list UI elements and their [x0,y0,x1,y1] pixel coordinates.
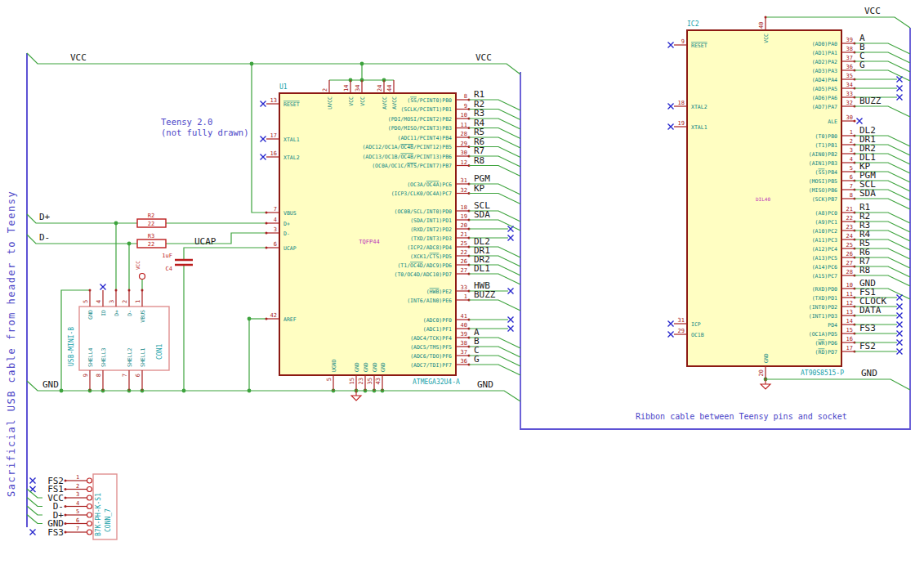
net-label-g[interactable]: G [474,354,480,365]
vcc-power-symbol[interactable]: VCC [135,261,145,280]
pin-number: 19 [678,120,685,127]
conn7-header-symbol[interactable]: B7K-PH-K-S1CONN_71234567 [65,474,117,539]
pin-name: (A8)PC0 [815,210,837,217]
wire [766,379,910,390]
pin-number: 38 [461,340,467,347]
net-label-gnd[interactable]: GND [42,379,59,390]
junction-dot [114,222,118,226]
pin-number: 35 [367,378,373,384]
pin-circle [87,495,92,500]
resistor-r3[interactable]: R322 [137,233,166,248]
pin-number: 36 [461,358,467,365]
pin-number: 7 [76,526,79,532]
pin-number: 4 [76,500,79,507]
net-label-gnd[interactable]: GND [861,368,877,378]
pin-number: 5 [76,508,79,515]
resistor-reference: R2 [148,213,154,219]
pin-number: 4 [96,300,102,303]
pin-name: D+ [283,221,290,227]
pin-number: 6 [274,241,277,248]
net-label-r8[interactable]: R8 [474,155,484,166]
pin-name: (A13)PC5 [812,255,837,262]
pin-name: (SCK)PB7 [812,196,837,203]
net-label-dminus[interactable]: D- [39,232,50,243]
pin-number: 40 [461,322,467,329]
net-label-vcc[interactable]: VCC [864,6,881,16]
pin-number: 6 [135,374,141,377]
pin-name: (PDI/MOSI/PCINT2)PB2 [388,116,452,123]
net-label-sda[interactable]: SDA [474,209,490,220]
note-usb-cable: Sacrificial USB cable from header to Tee… [6,190,17,497]
no-connect-icon [897,304,903,310]
pin-name: (AD5)PA5 [812,86,837,92]
pin-number: 42 [270,312,277,319]
gnd-power-symbol-ic2[interactable] [761,379,770,389]
note-ribbon-cable: Ribbon cable between Teensy pins and soc… [636,412,847,421]
net-label-dl1[interactable]: DL1 [474,263,490,274]
ic2-at90s8515-symbol[interactable]: IC2DIL40AT90S8515-P40VCC20GND9RESET18XTA… [674,17,855,379]
pin-name: (INT0)PD2 [809,304,837,311]
pin-name: D- [283,231,290,237]
pin-number: 21 [846,206,853,213]
junction-dot [60,389,64,393]
pin-circle [87,530,92,535]
pin-name: ID [100,310,107,316]
pin-number: 10 [846,282,853,289]
pin-name: GND [380,362,386,372]
pin-number: 43 [375,378,382,384]
pin-name: XTAL2 [691,104,708,110]
net-label-buzz[interactable]: BUZZ [859,96,882,106]
pin-name: ICP [691,321,701,328]
pin-name: RESET [691,43,708,49]
pin-number: 7 [122,374,128,377]
pin-number: 22 [846,215,853,222]
pin-number: 34 [846,82,853,88]
gnd-power-symbol-u1[interactable] [351,391,361,401]
net-label-sda[interactable]: SDA [859,188,876,199]
u1-atmega32u4-symbol[interactable]: U1TQFP44ATMEGA32U4-A2UVCC14VCC34VCC24AVC… [266,80,469,391]
vcc-circle-icon [140,274,145,280]
no-connect-icon [261,154,266,160]
pin-name: D- [127,310,133,316]
net-label-kp[interactable]: KP [474,183,485,194]
pin-number: 33 [461,284,467,291]
capacitor-c4[interactable]: 1uFC4 [162,253,193,272]
resistor-r2[interactable]: R222 [137,213,166,227]
pin-number: 19 [461,213,467,220]
pin-name: (T1)PB1 [815,142,837,149]
pin-number: 7 [850,183,853,190]
pin-number: 1 [850,129,853,136]
pin-number: 9 [83,374,89,377]
no-connect-icon [897,349,903,355]
net-label-dplus[interactable]: D+ [39,212,51,222]
net-label-gnd[interactable]: GND [477,379,493,390]
usb-mini-b-connector-symbol[interactable]: 5GND4ID3D+2D-1VBUS9SHELL48SHELL37SHELL26… [68,290,169,391]
net-label-r8[interactable]: R8 [859,265,870,275]
wire [855,106,910,117]
pin-number: 32 [846,100,853,106]
net-label-fs3[interactable]: FS3 [47,527,64,538]
pin-number: 2 [76,483,79,490]
pin-name: PD4 [828,322,837,329]
no-connect-icon [897,340,903,346]
u1-reference: U1 [279,83,288,91]
net-label-buzz[interactable]: BUZZ [474,289,496,300]
pin-number: 22 [461,249,467,256]
no-connect-icon [897,322,903,328]
pin-name: UCAP [283,245,297,252]
ground-icon [351,391,361,401]
net-label-data[interactable]: DATA [859,305,882,316]
pin-name: (A9)PC1 [815,219,837,226]
pin-number: 12 [461,159,467,166]
net-label-fs2[interactable]: FS2 [859,341,876,351]
no-connect-icon [897,313,903,319]
pin-name: (AIN0)PB2 [809,151,837,158]
no-connect-icon [668,321,674,327]
net-label-g[interactable]: G [859,60,865,70]
net-label-ucap[interactable]: UCAP [194,236,216,247]
net-label-vcc[interactable]: VCC [70,52,87,63]
net-label-vcc[interactable]: VCC [475,52,492,63]
net-label-fs3[interactable]: FS3 [859,323,876,333]
wire [469,365,520,375]
pin-number: 9 [464,103,467,110]
